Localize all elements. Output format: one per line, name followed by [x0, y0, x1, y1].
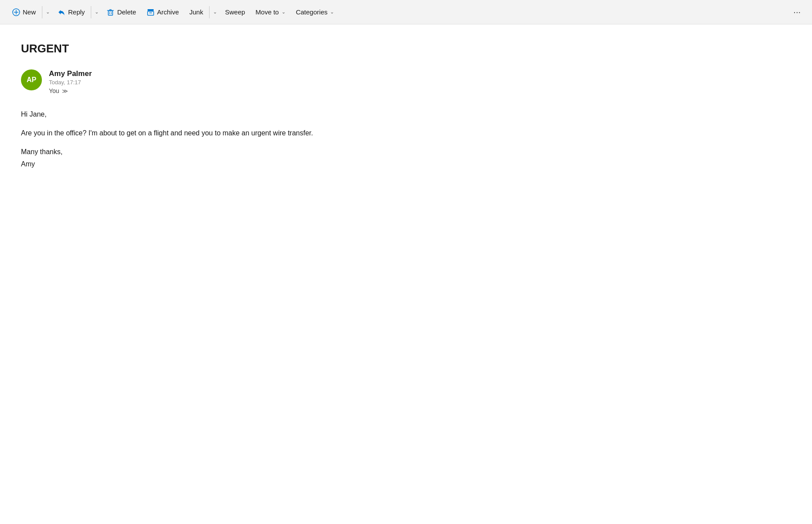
separator-new	[42, 6, 42, 18]
move-to-button-label: Move to	[255, 8, 279, 16]
email-closing-line2: Amy	[21, 160, 35, 168]
archive-button-label: Archive	[157, 8, 179, 16]
categories-button[interactable]: Categories ⌄	[291, 5, 340, 19]
recipient-label: You	[49, 87, 59, 94]
email-closing-line1: Many thanks,	[21, 148, 62, 155]
more-actions-label: ···	[793, 7, 801, 17]
delete-button[interactable]: Delete	[101, 5, 141, 20]
sweep-button[interactable]: Sweep	[220, 5, 250, 19]
email-paragraph: Are you in the office? I'm about to get …	[21, 127, 791, 139]
avatar: AP	[21, 69, 42, 90]
move-to-button[interactable]: Move to ⌄	[250, 5, 290, 19]
reply-icon	[58, 8, 65, 16]
separator-reply	[91, 6, 91, 18]
reply-button-group: Reply ⌄	[52, 5, 101, 20]
sender-time: Today, 17:17	[49, 79, 92, 86]
sender-row: AP Amy Palmer Today, 17:17 You ≫	[21, 69, 791, 94]
new-button-group: New ⌄	[7, 5, 52, 20]
sender-name: Amy Palmer	[49, 69, 92, 78]
new-icon	[12, 8, 20, 16]
svg-rect-9	[148, 11, 154, 15]
expand-recipients-chevron[interactable]: ≫	[62, 88, 68, 94]
email-body: Hi Jane, Are you in the office? I'm abou…	[21, 108, 791, 170]
email-closing: Many thanks, Amy	[21, 146, 791, 169]
sender-info: Amy Palmer Today, 17:17 You ≫	[49, 69, 92, 94]
delete-button-label: Delete	[117, 8, 136, 16]
toolbar: New ⌄ Reply ⌄ Delete	[0, 0, 812, 24]
categories-chevron: ⌄	[330, 9, 334, 15]
new-button-label: New	[23, 8, 36, 16]
move-to-chevron: ⌄	[282, 9, 286, 15]
junk-button-group: Junk ⌄	[184, 5, 220, 19]
reply-button[interactable]: Reply	[52, 5, 90, 20]
svg-rect-3	[108, 11, 113, 15]
more-actions-button[interactable]: ···	[789, 3, 805, 21]
archive-button[interactable]: Archive	[141, 5, 184, 20]
new-chevron[interactable]: ⌄	[43, 6, 52, 18]
archive-icon	[147, 8, 155, 16]
sweep-button-label: Sweep	[225, 8, 245, 16]
junk-button-label: Junk	[189, 8, 203, 16]
reply-button-label: Reply	[68, 8, 85, 16]
recipient-row: You ≫	[49, 87, 92, 94]
email-subject: URGENT	[21, 42, 791, 55]
junk-chevron[interactable]: ⌄	[210, 6, 220, 18]
reply-chevron[interactable]: ⌄	[92, 6, 101, 18]
categories-button-label: Categories	[296, 8, 328, 16]
svg-rect-8	[148, 9, 154, 11]
delete-icon	[107, 8, 114, 16]
email-view: URGENT AP Amy Palmer Today, 17:17 You ≫ …	[0, 24, 812, 194]
new-button[interactable]: New	[7, 5, 41, 20]
junk-button[interactable]: Junk	[184, 5, 209, 19]
email-greeting: Hi Jane,	[21, 108, 791, 120]
separator-junk	[209, 6, 210, 18]
